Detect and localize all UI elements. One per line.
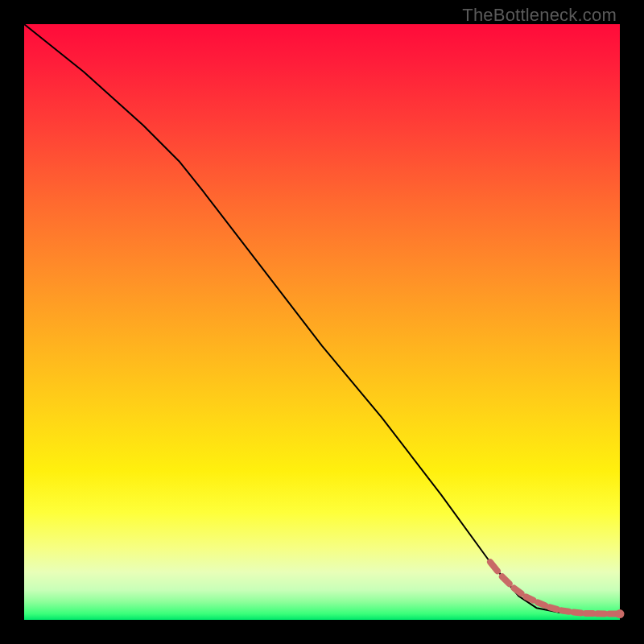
chart-overlay [24, 24, 620, 620]
chart-stage: TheBottleneck.com [0, 0, 644, 644]
highlight-dash [514, 588, 522, 594]
highlight-dash [562, 610, 569, 611]
highlight-dash [490, 562, 497, 571]
highlight-dash [550, 607, 557, 609]
highlight-dash [538, 603, 545, 606]
highlight-tail-markers [490, 562, 625, 618]
bottleneck-curve [24, 24, 620, 614]
highlight-dash [502, 576, 510, 584]
highlight-dash [574, 613, 581, 613]
watermark-text: TheBottleneck.com [462, 5, 617, 26]
curve-path [24, 24, 620, 614]
highlight-end-dot [616, 609, 625, 618]
highlight-dash [526, 597, 533, 600]
